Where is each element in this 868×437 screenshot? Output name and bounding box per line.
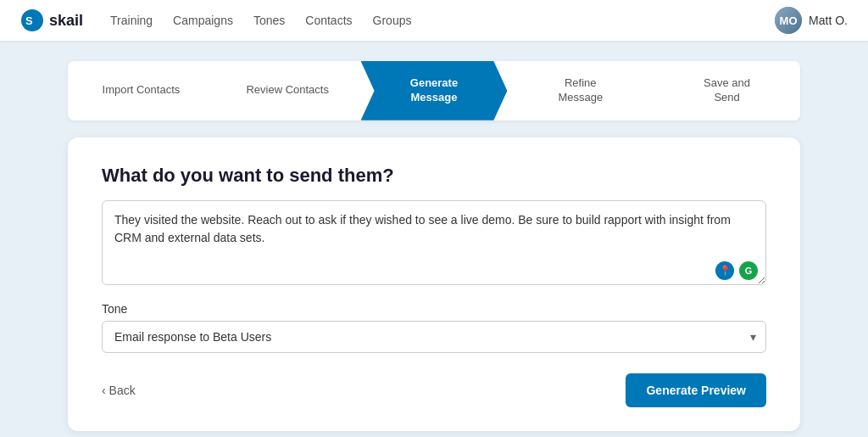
- form-card: What do you want to send them? They visi…: [68, 137, 800, 431]
- tone-select[interactable]: Email response to Beta Users Professiona…: [102, 321, 766, 353]
- step-save-and-send[interactable]: Save andSend: [654, 61, 800, 120]
- back-button[interactable]: ‹ Back: [102, 384, 136, 397]
- logo-text: skail: [49, 12, 83, 30]
- pin-icon[interactable]: 📍: [715, 261, 734, 280]
- nav-link-campaigns[interactable]: Campaigns: [173, 14, 233, 27]
- step-generate-message[interactable]: GenerateMessage: [361, 61, 508, 120]
- user-menu[interactable]: MO Matt O.: [775, 7, 848, 34]
- step-review-contacts[interactable]: Review Contacts: [214, 61, 361, 120]
- nav-links: Training Campaigns Tones Contacts Groups: [110, 14, 775, 27]
- svg-text:S: S: [25, 14, 33, 27]
- stepper: Import Contacts Review Contacts Generate…: [68, 61, 800, 120]
- logo-icon: S: [20, 8, 44, 32]
- form-footer: ‹ Back Generate Preview: [102, 373, 766, 407]
- grammarly-icon[interactable]: G: [739, 261, 758, 280]
- user-name: Matt O.: [809, 14, 848, 27]
- logo[interactable]: S skail: [20, 8, 83, 32]
- tone-label: Tone: [102, 302, 766, 316]
- nav-link-groups[interactable]: Groups: [373, 14, 412, 27]
- form-title: What do you want to send them?: [102, 165, 766, 187]
- generate-preview-button[interactable]: Generate Preview: [626, 373, 766, 407]
- tone-select-wrapper: Email response to Beta Users Professiona…: [102, 321, 766, 353]
- avatar: MO: [775, 7, 802, 34]
- nav-link-training[interactable]: Training: [110, 14, 153, 27]
- step-import-contacts[interactable]: Import Contacts: [68, 61, 214, 120]
- nav-link-contacts[interactable]: Contacts: [305, 14, 352, 27]
- nav-link-tones[interactable]: Tones: [253, 14, 285, 27]
- step-refine-message[interactable]: RefineMessage: [507, 61, 654, 120]
- message-textarea[interactable]: They visited the website. Reach out to a…: [102, 200, 766, 285]
- navbar: S skail Training Campaigns Tones Contact…: [0, 0, 868, 41]
- textarea-icons: 📍 G: [715, 261, 758, 280]
- avatar-image: MO: [775, 7, 802, 34]
- message-wrapper: They visited the website. Reach out to a…: [102, 200, 766, 289]
- main-content: Import Contacts Review Contacts Generate…: [0, 41, 868, 437]
